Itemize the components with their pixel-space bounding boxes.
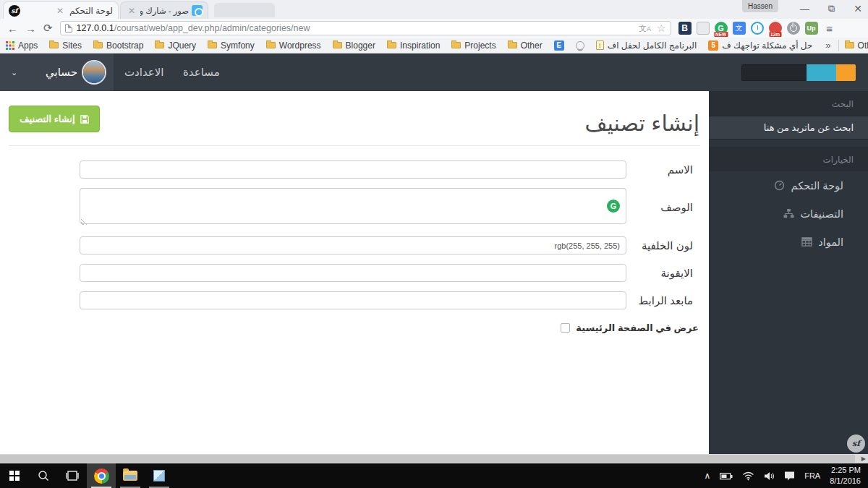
icon-input[interactable] (80, 264, 626, 282)
bookmark-folder-bootstrap[interactable]: Bootstrap (88, 40, 149, 51)
tab-photos[interactable]: ✕ صور - شارك واستمتع بأجمل (120, 1, 208, 19)
sidebar-item-dashboard[interactable]: لوحة التحكم (709, 171, 868, 200)
new-tab-button[interactable] (214, 3, 275, 17)
tray-expand-icon[interactable]: ∧ (704, 471, 710, 481)
upwork-extension-icon[interactable]: Up (805, 22, 818, 35)
volume-icon[interactable] (764, 471, 775, 481)
bookmark-program[interactable]: !البرنامج الكامل لحفل اف (590, 40, 703, 51)
task-view-icon (66, 471, 79, 481)
form-row-slug: مابعد الرابط (80, 291, 693, 309)
chevron-down-icon: ⌄ (11, 68, 17, 77)
scrollbar-thumb[interactable] (0, 455, 855, 463)
translate-page-icon[interactable]: 文A (639, 23, 651, 34)
navbar-orange-button[interactable] (836, 64, 856, 81)
create-category-button[interactable]: إنشاء التصنيف (9, 106, 100, 132)
tray-date: 8/1/2016 (830, 476, 861, 485)
wifi-icon[interactable] (742, 471, 754, 481)
sidebar-item-materials[interactable]: المواد (709, 228, 868, 256)
tab-title: صور - شارك واستمتع بأجمل (140, 6, 189, 16)
navbar-teal-button[interactable] (807, 64, 836, 81)
taskbar-chrome-button[interactable] (87, 463, 116, 488)
horizontal-scrollbar[interactable]: ▶ (0, 454, 868, 463)
tab-close-icon[interactable]: ✕ (54, 7, 66, 15)
bookmark-folder-wordpress[interactable]: Wordpress (260, 40, 327, 51)
account-menu[interactable]: ⌄ حسابي (0, 53, 114, 91)
clock[interactable]: 2:25 PM 8/1/2016 (830, 465, 861, 487)
link-suffix-input[interactable] (80, 291, 626, 309)
chrome-menu-icon[interactable]: ≡ (823, 22, 836, 35)
bookmark-apps[interactable]: Apps (0, 40, 43, 51)
address-bar[interactable]: 127.0.0.1/coursat/web/app_dev.php/admin/… (60, 21, 671, 35)
task-view-button[interactable] (58, 463, 87, 488)
language-indicator[interactable]: FRA (804, 471, 820, 480)
bookmark-label: Other bookmarks (858, 40, 868, 51)
url-text[interactable]: 127.0.0.1/coursat/web/app_dev.php/admin/… (77, 23, 634, 33)
page-title: إنشاء تصنيف (584, 111, 699, 135)
taskbar-explorer-button[interactable] (116, 463, 145, 488)
taskbar: ∧ FRA 2:25 PM 8/1/2016 (0, 463, 868, 488)
sidebar-search-header: البحث (709, 91, 868, 116)
other-bookmarks-folder[interactable]: Other bookmarks (839, 40, 868, 51)
restore-button[interactable]: ⧉ (828, 3, 835, 14)
show-on-home-row: عرض في الصفحة الرئيسية (0, 322, 699, 333)
account-label: حسابي (46, 66, 77, 79)
page-icon[interactable] (65, 24, 72, 33)
folder-icon (155, 42, 164, 48)
scrollbar-right-arrow-icon[interactable]: ▶ (861, 454, 866, 463)
nav-item-settings[interactable]: الاعدادت (124, 53, 164, 91)
chrome-icon (94, 468, 109, 484)
minimize-button[interactable]: — (800, 4, 809, 14)
battery-icon[interactable] (720, 472, 733, 480)
bookmark-e[interactable]: E (548, 40, 570, 51)
close-button[interactable]: ✕ (854, 3, 862, 14)
sidebar-item-categories[interactable]: التصنيفات (709, 200, 868, 228)
folder-icon (451, 42, 461, 48)
bookmark-o[interactable] (570, 41, 590, 50)
folder-icon (333, 42, 342, 48)
tab-close-icon[interactable]: ✕ (126, 7, 137, 15)
file-explorer-icon (123, 471, 137, 481)
reload-icon[interactable]: ⟳ (43, 22, 53, 35)
tab-dashboard[interactable]: sf ✕ لوحة التحكم (3, 1, 119, 19)
forward-icon[interactable]: → (25, 22, 36, 35)
grammarly-extension-icon[interactable]: GNEW (715, 22, 728, 35)
description-textarea[interactable] (80, 188, 626, 224)
symfony-profiler-icon[interactable]: sf (847, 435, 865, 453)
bookmark-folder-inspiration[interactable]: Inspiration (381, 40, 446, 51)
create-category-label: إنشاء التصنيف (20, 114, 75, 124)
action-center-icon[interactable] (784, 471, 795, 481)
cube-extension-icon[interactable] (697, 22, 710, 35)
taskbar-search-button[interactable] (29, 463, 58, 488)
bookmark-folder-symfony[interactable]: Symfony (202, 40, 260, 51)
back-icon[interactable]: ← (7, 22, 18, 35)
link-suffix-label: مابعد الرابط (635, 294, 693, 307)
bookmark-folder-sites[interactable]: Sites (43, 40, 88, 51)
navbar-search-input[interactable] (741, 64, 807, 81)
timer-extension-icon[interactable]: 12m (769, 22, 782, 35)
bookmarks-overflow-icon[interactable]: » (818, 40, 838, 51)
background-color-input[interactable] (80, 236, 626, 254)
nav-item-help[interactable]: مساعدة (183, 53, 220, 91)
bookmark-label: JQuery (168, 40, 196, 51)
taskbar-cube-app-button[interactable] (145, 463, 174, 488)
show-on-home-checkbox[interactable] (561, 323, 570, 333)
bookmark-star-icon[interactable]: ☆ (657, 22, 666, 34)
name-input[interactable] (80, 160, 626, 179)
photos-favicon-icon (192, 5, 203, 16)
power-extension-icon[interactable] (787, 22, 800, 35)
bookmark-folder-blogger[interactable]: Blogger (327, 40, 381, 51)
sidebar: البحث الخيارات لوحة التحكم التصنيفات الم… (709, 91, 868, 454)
bookmark-solve[interactable]: 5حل أي مشكلة تواجهك ف (702, 40, 818, 51)
browser-profile-chip[interactable]: Hassen (742, 0, 778, 12)
translate-extension-icon[interactable]: 文 (733, 22, 746, 35)
alarm-clock-extension-icon[interactable] (751, 22, 764, 35)
start-button[interactable] (0, 463, 29, 488)
bookmark-folder-projects[interactable]: Projects (446, 40, 501, 51)
bookmark-label: Apps (18, 40, 38, 51)
bookmark-folder-jquery[interactable]: JQuery (149, 40, 202, 51)
sidebar-search-input[interactable] (709, 116, 868, 140)
bootstrap-extension-icon[interactable]: B (678, 22, 692, 35)
bookmark-folder-other[interactable]: Other (502, 40, 548, 51)
grammarly-icon[interactable]: G (607, 200, 620, 213)
folder-icon (845, 42, 854, 48)
